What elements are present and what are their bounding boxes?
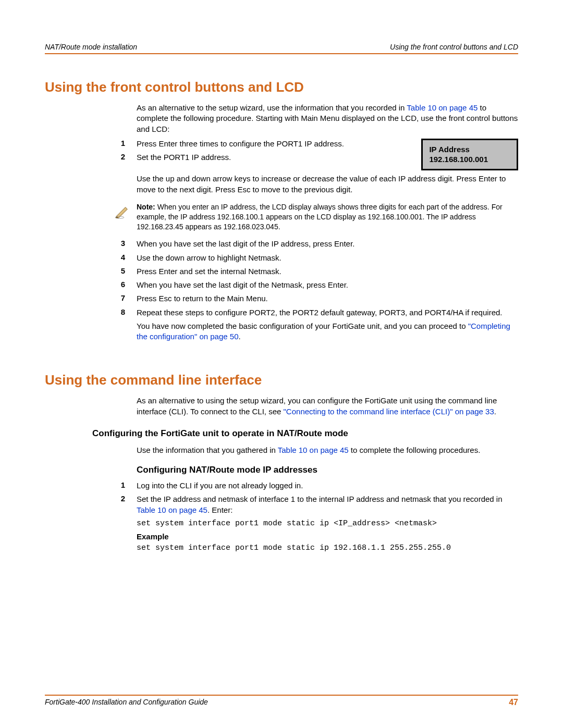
section1-title: Using the front control buttons and LCD <box>45 79 518 95</box>
cli-step-2: 2 Set the IP address and netmask of inte… <box>45 494 518 515</box>
text: . <box>238 332 240 341</box>
code-block-2: set system interface port1 mode static i… <box>137 543 518 553</box>
step-text: Repeat these steps to configure PORT2, t… <box>137 307 518 318</box>
section2-intro: As an alternative to using the setup wiz… <box>137 396 518 417</box>
step-5: 5 Press Enter and set the internal Netma… <box>45 266 518 277</box>
step-number: 7 <box>45 293 137 302</box>
section2-sub1-text: Use the information that you gathered in… <box>137 445 518 455</box>
link-connecting-cli[interactable]: "Connecting to the command line interfac… <box>284 407 494 416</box>
note-body: When you enter an IP address, the LCD di… <box>137 203 503 231</box>
lcd-display: IP Address 192.168.100.001 <box>421 139 518 171</box>
step-number: 8 <box>45 307 137 316</box>
note-icon-cell <box>45 202 137 219</box>
page-number: 47 <box>509 698 518 707</box>
step-text: Press Enter three times to configure the… <box>137 139 412 149</box>
text: to complete the following procedures. <box>349 446 481 454</box>
lcd-box: IP Address 192.168.100.001 <box>421 139 518 171</box>
code-block-1: set system interface port1 mode static i… <box>137 519 518 529</box>
header-right: Using the front control buttons and LCD <box>390 43 518 51</box>
step-number: 5 <box>45 266 137 275</box>
text: You have now completed the basic configu… <box>137 322 468 330</box>
page-header: NAT/Route mode installation Using the fr… <box>45 43 518 54</box>
step-number: 1 <box>45 139 137 147</box>
step-7: 7 Press Esc to return to the Main Menu. <box>45 293 518 304</box>
step-6: 6 When you have set the last digit of th… <box>45 280 518 290</box>
step-8: 8 Repeat these steps to configure PORT2,… <box>45 307 518 318</box>
step-4: 4 Use the down arrow to highlight Netmas… <box>45 253 518 263</box>
step-2-after: Use the up and down arrow keys to increa… <box>137 174 518 195</box>
step-text: Press Enter and set the internal Netmask… <box>137 266 518 277</box>
step-number: 6 <box>45 280 137 289</box>
step-text: When you have set the last digit of the … <box>137 280 518 290</box>
step-number: 3 <box>45 239 137 248</box>
example-label: Example <box>137 532 518 541</box>
page: NAT/Route mode installation Using the fr… <box>0 0 563 728</box>
text: Set the IP address and netmask of interf… <box>137 495 503 503</box>
header-left: NAT/Route mode installation <box>45 43 137 51</box>
step-text: Use the down arrow to highlight Netmask. <box>137 253 518 263</box>
lcd-line2: 192.168.100.001 <box>429 155 488 165</box>
footer-left: FortiGate-400 Installation and Configura… <box>45 698 208 707</box>
cli-step-1: 1 Log into the CLI if you are not alread… <box>45 480 518 491</box>
step-1: 1 Press Enter three times to configure t… <box>45 139 412 149</box>
step-number: 4 <box>45 253 137 262</box>
step-text: Set the IP address and netmask of interf… <box>137 494 518 515</box>
step-text: When you have set the last digit of the … <box>137 239 518 249</box>
step-2: 2 Set the PORT1 IP address. <box>45 152 412 163</box>
step-number: 2 <box>45 152 137 161</box>
section2-subhead1: Configuring the FortiGate unit to operat… <box>92 428 518 439</box>
page-footer: FortiGate-400 Installation and Configura… <box>45 695 518 707</box>
link-table10[interactable]: Table 10 on page 45 <box>407 103 478 112</box>
text: . Enter: <box>207 505 232 514</box>
note: Note: When you enter an IP address, the … <box>45 202 518 232</box>
step-text: Set the PORT1 IP address. <box>137 152 412 163</box>
step-3: 3 When you have set the last digit of th… <box>45 239 518 249</box>
note-label: Note: <box>137 203 155 211</box>
section2-title: Using the command line interface <box>45 372 518 388</box>
text: As an alternative to the setup wizard, u… <box>137 103 407 112</box>
text: Use the information that you gathered in <box>137 446 278 454</box>
link-table10-b[interactable]: Table 10 on page 45 <box>278 446 349 454</box>
lcd-line1: IP Address <box>429 145 488 155</box>
section1-intro: As an alternative to the setup wizard, u… <box>137 103 518 134</box>
section2-subhead2: Configuring NAT/Route mode IP addresses <box>137 465 518 475</box>
step-text: Log into the CLI if you are not already … <box>137 480 518 491</box>
step-number: 1 <box>45 480 137 489</box>
link-table10-c[interactable]: Table 10 on page 45 <box>137 505 207 514</box>
step-8-after: You have now completed the basic configu… <box>137 321 518 342</box>
step-text: Press Esc to return to the Main Menu. <box>137 293 518 304</box>
note-text: Note: When you enter an IP address, the … <box>137 202 518 232</box>
step-number: 2 <box>45 494 137 503</box>
text: . <box>494 407 496 416</box>
pencil-note-icon <box>115 205 130 219</box>
